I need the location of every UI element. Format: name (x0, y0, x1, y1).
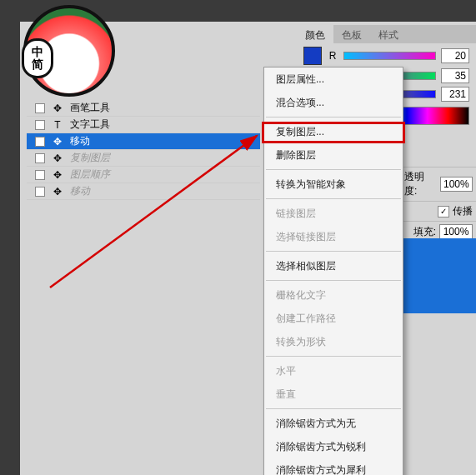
propagate-checkbox[interactable] (438, 206, 449, 218)
context-menu: 图层属性...混合选项...复制图层...删除图层转换为智能对象链接图层选择链接… (263, 67, 403, 475)
menu-separator (266, 198, 401, 199)
menu-separator (266, 280, 401, 281)
layers-panel: 透明度: 100% 传播 填充: 100% (401, 167, 476, 242)
r-value[interactable]: 20 (441, 48, 469, 63)
menu-item: 选择链接图层 (264, 225, 403, 248)
fill-label: 填充: (413, 225, 436, 239)
menu-item[interactable]: 消除锯齿方式为锐利 (264, 435, 403, 458)
menu-item[interactable]: 混合选项... (264, 91, 403, 114)
arrow-annotation (42, 129, 275, 296)
menu-item: 链接图层 (264, 202, 403, 225)
menu-item: 转换为形状 (264, 330, 403, 353)
badge-line2: 简 (32, 58, 43, 71)
opacity-label: 透明度: (404, 170, 437, 198)
menu-separator (266, 169, 401, 170)
menu-item: 栅格化文字 (264, 283, 403, 307)
badge-line1: 中 (32, 46, 43, 58)
r-slider[interactable] (343, 52, 436, 60)
opacity-value[interactable]: 100% (440, 177, 473, 192)
foreground-swatch[interactable] (303, 47, 322, 65)
menu-item: 创建工作路径 (264, 307, 403, 330)
menu-separator (266, 117, 401, 118)
propagate-label: 传播 (453, 204, 473, 218)
b-value[interactable]: 231 (441, 87, 469, 102)
menu-item[interactable]: 消除锯齿方式为无 (264, 412, 403, 435)
menu-item[interactable]: 选择相似图层 (264, 254, 403, 278)
menu-item[interactable]: 删除图层 (264, 143, 403, 167)
menu-item[interactable]: 图层属性... (264, 68, 403, 91)
selected-layer-thumb[interactable] (401, 238, 476, 313)
r-label: R (327, 50, 338, 62)
tool-checkbox[interactable] (35, 120, 45, 130)
svg-line-0 (50, 136, 257, 288)
menu-separator (266, 356, 401, 357)
left-bar (0, 0, 20, 475)
menu-item: 垂直 (264, 382, 403, 406)
menu-item: 水平 (264, 359, 403, 382)
menu-item[interactable]: 消除锯齿方式为犀利 (264, 458, 403, 475)
g-value[interactable]: 35 (441, 68, 469, 83)
avatar-badge: 中 简 (22, 38, 53, 78)
avatar: 中 简 (23, 5, 123, 105)
fill-value[interactable]: 100% (439, 224, 473, 239)
menu-item[interactable]: 转换为智能对象 (264, 172, 403, 196)
menu-separator (266, 251, 401, 252)
menu-separator (266, 408, 401, 409)
menu-item[interactable]: 复制图层... (264, 120, 403, 143)
